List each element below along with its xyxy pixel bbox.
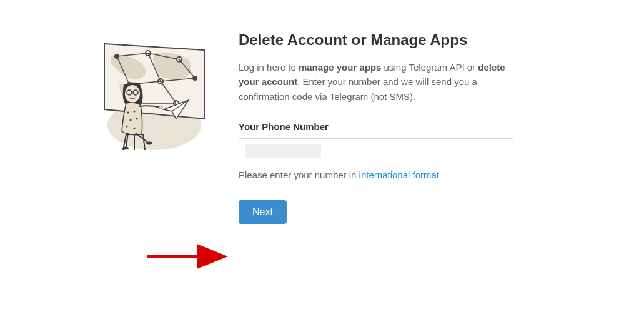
- svg-point-24: [127, 112, 129, 114]
- svg-point-26: [130, 119, 132, 121]
- annotation-arrow-icon: [144, 244, 237, 269]
- main-content: Delete Account or Manage Apps Log in her…: [239, 31, 526, 224]
- next-button[interactable]: Next: [239, 200, 287, 224]
- svg-point-32: [146, 142, 152, 145]
- desc-text: Log in here to: [239, 62, 299, 73]
- svg-point-29: [134, 128, 136, 129]
- svg-point-30: [159, 106, 162, 109]
- helper-text: Please enter your number in internationa…: [239, 170, 526, 180]
- page-description: Log in here to manage your apps using Te…: [239, 60, 526, 104]
- svg-point-25: [134, 111, 136, 113]
- svg-point-27: [136, 118, 138, 120]
- desc-emphasis-manage: manage your apps: [299, 62, 382, 73]
- svg-point-28: [126, 126, 128, 128]
- desc-text: using Telegram API or: [381, 62, 478, 73]
- telegram-illustration: [92, 31, 217, 156]
- phone-field-label: Your Phone Number: [239, 121, 526, 132]
- helper-prefix: Please enter your number in: [239, 170, 359, 180]
- page-title: Delete Account or Manage Apps: [239, 31, 526, 49]
- phone-input[interactable]: [239, 138, 513, 163]
- international-format-link[interactable]: international format: [359, 170, 439, 180]
